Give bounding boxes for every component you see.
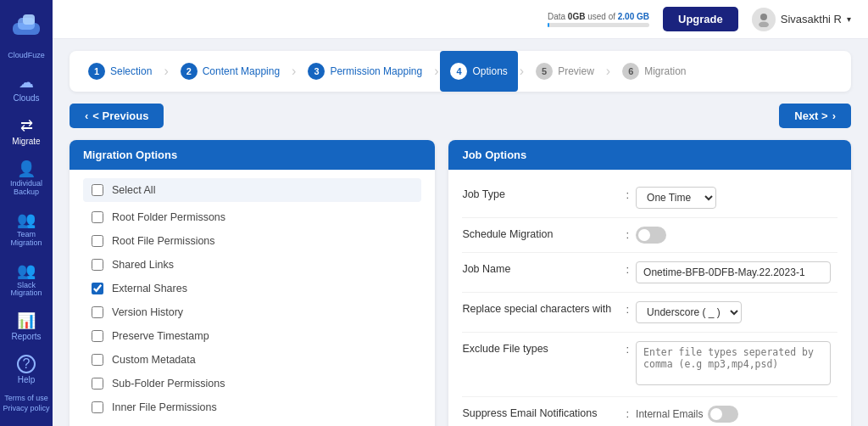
job-options-header: Job Options (448, 140, 851, 170)
step-selection[interactable]: 1 Selection (78, 51, 162, 92)
sidebar-item-slack-migration-label: Slack Migration (7, 282, 46, 299)
storage-label: Data 0GB used of 2.00 GB (548, 12, 649, 21)
checkbox-version-history-label[interactable]: Version History (112, 306, 183, 318)
checkbox-row-preserve-timestamp: Preserve Timestamp (83, 324, 421, 348)
exclude-filetypes-label: Exclude File types (462, 341, 619, 355)
step-migration[interactable]: 6 Migration (612, 51, 696, 92)
suppress-row: Internal Emails External Emails (636, 406, 837, 426)
schedule-migration-slider (636, 227, 666, 244)
migrate-icon: ⇄ (20, 116, 33, 135)
sidebar-footer: Terms of use Privacy policy (3, 394, 49, 418)
checkbox-root-file[interactable] (92, 235, 103, 247)
replace-special-select[interactable]: Underscore ( _ ) None (636, 301, 742, 323)
user-menu[interactable]: Sivasakthi R ▾ (752, 8, 851, 31)
step-label-selection: Selection (110, 65, 152, 77)
clouds-icon: ☁ (19, 73, 34, 92)
job-type-select[interactable]: One Time Scheduled (636, 187, 716, 209)
step-num-5: 5 (536, 63, 553, 80)
checkbox-custom-metadata[interactable] (92, 354, 103, 366)
checkbox-version-history[interactable] (92, 306, 103, 318)
checkbox-preserve-timestamp[interactable] (92, 330, 103, 342)
exclude-filetypes-row: Exclude File types : (462, 333, 837, 397)
job-name-input[interactable] (636, 261, 831, 283)
chevron-down-icon: ▾ (847, 14, 851, 24)
suppress-email-value: Internal Emails External Emails (636, 406, 837, 426)
step-permission-mapping[interactable]: 3 Permission Mapping (298, 51, 432, 92)
sidebar-item-reports-label: Reports (11, 332, 41, 341)
step-arrow-3: › (432, 64, 440, 79)
checkbox-shared-links-label[interactable]: Shared Links (112, 259, 174, 271)
checkbox-inner-file-permissions[interactable] (92, 401, 103, 413)
checkbox-root-file-label[interactable]: Root File Permissions (112, 235, 215, 247)
checkbox-row-root-file: Root File Permissions (83, 229, 421, 253)
prev-arrow-icon: ‹ (85, 109, 88, 122)
avatar (752, 8, 776, 31)
previous-button-label: < Previous (92, 109, 148, 122)
sidebar-item-individual-backup-label: Individual Backup (7, 180, 46, 197)
sidebar-logo (8, 8, 44, 44)
sidebar-item-help-label: Help (18, 375, 36, 384)
step-num-6: 6 (622, 63, 639, 80)
checkbox-root-folder-label[interactable]: Root Folder Permissons (112, 211, 225, 223)
actions-row: ‹ < Previous Next > › (70, 104, 851, 128)
checkbox-inner-file-label[interactable]: Inner File Permissions (112, 401, 217, 413)
checkbox-preserve-timestamp-label[interactable]: Preserve Timestamp (112, 330, 209, 342)
schedule-migration-label: Schedule Migration (462, 227, 619, 240)
checkbox-external-shares[interactable] (92, 283, 103, 294)
migration-options-header: Migration Options (70, 140, 435, 170)
checkbox-root-folder[interactable] (92, 211, 103, 223)
step-label-permission-mapping: Permission Mapping (330, 65, 422, 77)
checkbox-select-all[interactable] (92, 184, 103, 196)
sidebar-item-cloudfuze-label: CloudFuze (3, 46, 49, 64)
storage-used: 0GB (568, 12, 586, 21)
step-arrow-1: › (162, 64, 170, 79)
replace-special-row: Replace special characters with : Unders… (462, 293, 837, 333)
checkbox-custom-metadata-label[interactable]: Custom Metadata (112, 354, 196, 366)
checkbox-row-sub-folder: Sub-Folder Permissions (83, 372, 421, 395)
previous-button[interactable]: ‹ < Previous (70, 104, 164, 128)
checkbox-shared-links[interactable] (92, 259, 103, 271)
checkbox-sub-folder-permissions[interactable] (92, 378, 103, 390)
sidebar-item-help[interactable]: ? Help (3, 350, 49, 390)
job-type-label: Job Type (462, 187, 619, 200)
storage-bar (548, 23, 649, 27)
sidebar-item-individual-backup[interactable]: 👤 Individual Backup (3, 154, 49, 202)
privacy-link[interactable]: Privacy policy (3, 404, 49, 412)
step-label-migration: Migration (644, 65, 686, 77)
panels: Migration Options Select All Root Folder… (70, 140, 851, 426)
sidebar-item-clouds[interactable]: ☁ Clouds (3, 68, 49, 108)
checkbox-row-select-all: Select All (83, 178, 421, 202)
step-label-content-mapping: Content Mapping (203, 65, 280, 77)
step-content-mapping[interactable]: 2 Content Mapping (170, 51, 290, 92)
upgrade-button[interactable]: Upgrade (663, 7, 738, 31)
next-arrow-icon: › (832, 109, 836, 122)
checkbox-select-all-label[interactable]: Select All (112, 184, 155, 196)
suppress-email-row: Suppress Email Notifications : Internal … (462, 397, 837, 426)
terms-link[interactable]: Terms of use (4, 394, 48, 402)
sidebar-item-reports[interactable]: 📊 Reports (3, 306, 49, 346)
sidebar-item-team-migration[interactable]: 👥 Team Migration (3, 205, 49, 253)
step-options[interactable]: 4 Options (440, 51, 517, 92)
internal-emails-toggle[interactable] (708, 406, 738, 423)
exclude-filetypes-textarea[interactable] (636, 341, 831, 385)
checkbox-row-external-shares: External Shares (83, 277, 421, 300)
sidebar-item-slack-migration[interactable]: 👥 Slack Migration (3, 256, 49, 304)
user-name: Sivasakthi R (781, 13, 842, 25)
job-type-row: Job Type : One Time Scheduled (462, 178, 837, 218)
job-name-row: Job Name : (462, 253, 837, 293)
next-button[interactable]: Next > › (779, 104, 851, 128)
schedule-migration-toggle[interactable] (636, 227, 666, 244)
step-preview[interactable]: 5 Preview (526, 51, 604, 92)
checkbox-sub-folder-label[interactable]: Sub-Folder Permissions (112, 378, 225, 390)
step-num-4: 4 (450, 63, 467, 80)
svg-point-3 (760, 14, 767, 20)
sidebar-item-migrate[interactable]: ⇄ Migrate (3, 111, 49, 151)
step-arrow-5: › (604, 64, 612, 79)
slack-migration-icon: 👥 (17, 261, 36, 280)
svg-point-4 (759, 21, 769, 27)
exclude-filetypes-value (636, 341, 837, 388)
topbar: Data 0GB used of 2.00 GB Upgrade Sivasak… (53, 0, 868, 39)
svg-rect-2 (23, 14, 35, 25)
page-content: 1 Selection › 2 Content Mapping › 3 Perm… (53, 39, 868, 426)
checkbox-external-shares-label[interactable]: External Shares (112, 283, 187, 294)
